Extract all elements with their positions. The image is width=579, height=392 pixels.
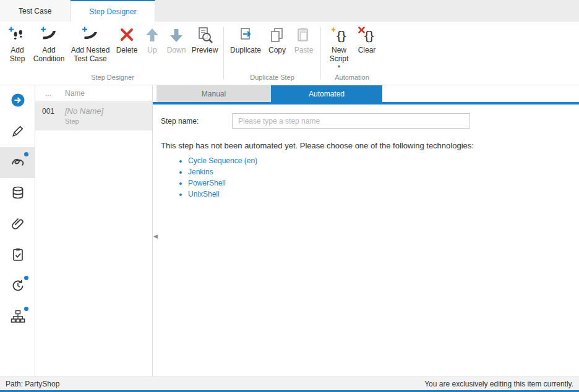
tab-manual[interactable]: Manual bbox=[157, 85, 271, 102]
paperclip-icon bbox=[11, 216, 25, 233]
sidebar-item-steps[interactable] bbox=[0, 147, 35, 178]
delete-button[interactable]: Delete bbox=[113, 25, 141, 56]
up-button[interactable]: Up bbox=[141, 25, 163, 56]
document-tabbar: Test Case Step Designer bbox=[0, 0, 579, 22]
svg-text:}: } bbox=[368, 29, 375, 43]
clear-button[interactable]: { } Clear bbox=[354, 25, 380, 56]
technology-list-item: UnixShell bbox=[188, 190, 570, 198]
steps-badge bbox=[24, 152, 28, 156]
duplicate-button[interactable]: Duplicate bbox=[227, 25, 264, 56]
duplicate-label: Duplicate bbox=[230, 46, 261, 55]
down-button[interactable]: Down bbox=[163, 25, 189, 56]
new-script-dropdown-arrow[interactable]: ▼ bbox=[337, 64, 341, 69]
sidebar-item-history[interactable] bbox=[0, 271, 35, 302]
automation-message: This step has not been automated yet. Pl… bbox=[161, 141, 570, 150]
technology-list-item: Jenkins bbox=[188, 168, 570, 176]
column-header-name[interactable]: Name bbox=[61, 89, 152, 98]
sidebar-item-navigate[interactable] bbox=[0, 85, 35, 116]
ribbon-group-automation: { } New Script ▼ { } Clear bbox=[322, 22, 382, 85]
svg-text:}: } bbox=[340, 29, 347, 43]
sidebar-item-tasks[interactable] bbox=[0, 240, 35, 271]
add-condition-icon bbox=[40, 26, 58, 45]
new-script-label: New Script bbox=[325, 46, 353, 64]
technology-link-jenkins[interactable]: Jenkins bbox=[188, 168, 213, 176]
ribbon-divider bbox=[223, 27, 224, 80]
step-list-header: ... Name bbox=[35, 85, 152, 102]
step-number: 001 bbox=[35, 106, 61, 125]
status-bar: Path: PartyShop You are exclusively edit… bbox=[0, 377, 579, 390]
left-icon-sidebar bbox=[0, 85, 35, 377]
hierarchy-badge bbox=[24, 307, 28, 311]
delete-icon bbox=[118, 26, 136, 45]
step-list-row[interactable]: 001 [No Name] Step bbox=[35, 102, 152, 130]
step-name-field-label: Step name: bbox=[161, 117, 232, 126]
sidebar-item-attachments[interactable] bbox=[0, 209, 35, 240]
add-step-label: Add Step bbox=[6, 46, 29, 64]
tab-step-designer-label: Step Designer bbox=[89, 7, 136, 16]
step-name-text: [No Name] bbox=[65, 106, 152, 116]
paste-label: Paste bbox=[294, 46, 314, 55]
technology-list-item: PowerShell bbox=[188, 179, 570, 187]
step-name-input[interactable] bbox=[232, 113, 470, 129]
history-icon bbox=[11, 278, 25, 295]
step-list-panel: ... Name 001 [No Name] Step bbox=[35, 85, 153, 377]
clear-label: Clear bbox=[358, 46, 376, 55]
tab-test-case[interactable]: Test Case bbox=[0, 0, 71, 22]
up-label: Up bbox=[147, 46, 157, 55]
add-nested-test-case-label: Add Nested Test Case bbox=[69, 46, 112, 64]
duplicate-icon bbox=[236, 26, 255, 45]
steps-icon bbox=[11, 155, 25, 171]
preview-label: Preview bbox=[192, 46, 218, 55]
ribbon-group-step-designer: Add Step Add Condition A bbox=[2, 22, 223, 85]
ribbon-group-duplicate-step: Duplicate Copy bbox=[225, 22, 320, 85]
technology-link-cycle-sequence[interactable]: Cycle Sequence (en) bbox=[188, 156, 257, 165]
collapse-panel-arrow[interactable]: ◀ bbox=[153, 232, 158, 241]
step-type-text: Step bbox=[65, 117, 152, 125]
add-condition-label: Add Condition bbox=[30, 46, 67, 64]
hierarchy-icon bbox=[11, 309, 25, 326]
sidebar-item-data[interactable] bbox=[0, 178, 35, 209]
technology-link-unixshell[interactable]: UnixShell bbox=[188, 190, 220, 198]
sidebar-item-hierarchy[interactable] bbox=[0, 302, 35, 333]
add-step-icon bbox=[8, 26, 27, 45]
step-editor-main: Manual Automated Step name: This step ha… bbox=[153, 85, 579, 377]
tab-step-designer[interactable]: Step Designer bbox=[71, 0, 155, 22]
add-condition-button[interactable]: Add Condition bbox=[30, 25, 68, 65]
history-badge bbox=[24, 276, 28, 280]
clipboard-check-icon bbox=[11, 247, 25, 264]
ribbon-group-label-automation: Automation bbox=[322, 72, 382, 85]
new-script-icon: { } bbox=[330, 26, 348, 45]
sidebar-item-edit[interactable] bbox=[0, 116, 35, 147]
new-script-button[interactable]: { } New Script ▼ bbox=[324, 25, 354, 70]
edit-pencil-icon bbox=[11, 124, 25, 140]
mode-tabs: Manual Automated bbox=[153, 85, 579, 102]
paste-button[interactable]: Paste bbox=[290, 25, 317, 56]
technology-list-item: Cycle Sequence (en) bbox=[188, 156, 570, 165]
add-nested-test-case-icon bbox=[81, 26, 100, 45]
copy-label: Copy bbox=[268, 46, 286, 55]
down-arrow-icon bbox=[167, 26, 186, 45]
preview-icon bbox=[195, 26, 214, 45]
tab-automated[interactable]: Automated bbox=[271, 85, 382, 102]
ribbon-divider bbox=[320, 27, 321, 80]
database-icon bbox=[11, 185, 25, 202]
add-step-button[interactable]: Add Step bbox=[5, 25, 30, 65]
paste-icon bbox=[294, 26, 313, 45]
ribbon-group-label-duplicate-step: Duplicate Step bbox=[225, 72, 320, 85]
ribbon: Add Step Add Condition A bbox=[0, 22, 579, 85]
copy-button[interactable]: Copy bbox=[264, 25, 290, 56]
navigate-icon bbox=[11, 93, 25, 109]
tab-test-case-label: Test Case bbox=[19, 7, 51, 15]
status-path-text: Path: PartyShop bbox=[6, 380, 59, 388]
status-editing-message: You are exclusively editing this item cu… bbox=[424, 380, 573, 388]
delete-label: Delete bbox=[116, 46, 138, 55]
up-arrow-icon bbox=[143, 26, 161, 45]
technology-link-powershell[interactable]: PowerShell bbox=[188, 179, 226, 187]
add-nested-test-case-button[interactable]: Add Nested Test Case bbox=[68, 25, 113, 65]
ribbon-group-label-step-designer: Step Designer bbox=[2, 72, 223, 85]
down-label: Down bbox=[167, 46, 186, 55]
technology-list: Cycle Sequence (en) Jenkins PowerShell U… bbox=[178, 156, 570, 198]
clear-icon: { } bbox=[358, 26, 376, 45]
preview-button[interactable]: Preview bbox=[189, 25, 220, 56]
column-header-menu[interactable]: ... bbox=[35, 89, 61, 98]
